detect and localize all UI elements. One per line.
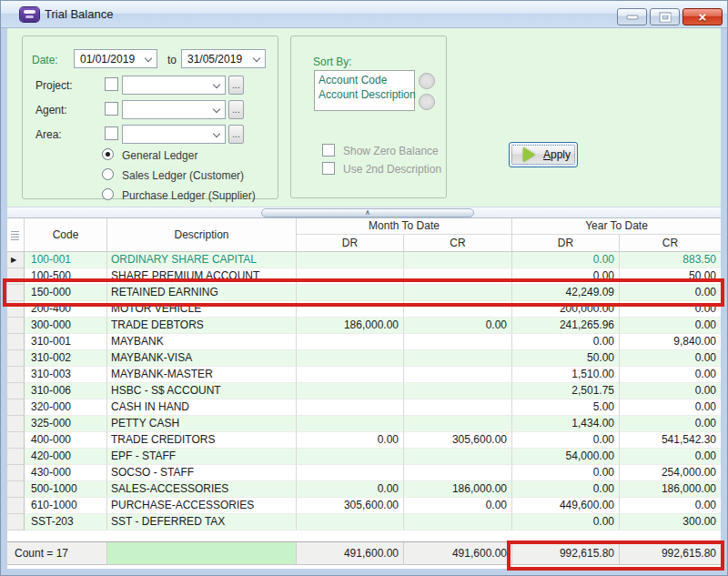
row-indicator xyxy=(7,432,25,449)
table-row[interactable]: 310-001MAYBANK0.009,840.00 xyxy=(7,334,721,350)
cell-description: TRADE CREDITORS xyxy=(107,432,297,449)
cell-description: SHARE PREMIUM ACCOUNT xyxy=(107,268,297,285)
date-from-value: 01/01/2019 xyxy=(80,53,135,66)
table-row[interactable]: 400-000TRADE CREDITORS0.00305,600.000.00… xyxy=(7,432,721,449)
radio-sales-ledger[interactable] xyxy=(102,168,114,180)
column-header-code[interactable]: Code xyxy=(25,218,107,251)
cell-ytd-dr: 200,000.00 xyxy=(512,301,620,318)
sort-item-account-description[interactable]: Account Description xyxy=(318,87,410,102)
close-button[interactable]: × xyxy=(682,8,723,25)
table-row[interactable]: 300-000TRADE DEBTORS186,000.000.00241,26… xyxy=(7,318,721,334)
table-row[interactable]: 430-000SOCSO - STAFF0.00254,000.00 xyxy=(7,465,721,481)
area-checkbox[interactable] xyxy=(105,126,118,140)
cell-code: 320-000 xyxy=(25,399,107,416)
date-from-combo[interactable]: 01/01/2019 xyxy=(74,49,157,68)
row-indicator: ▶ xyxy=(7,252,25,268)
row-indicator xyxy=(7,301,25,318)
radio-general-ledger-label: General Ledger xyxy=(122,149,197,162)
cell-mtd-cr xyxy=(404,399,512,416)
filter-groupbox: Date: 01/01/2019 to 31/05/2019 Project: … xyxy=(22,35,278,199)
agent-checkbox[interactable] xyxy=(105,102,118,116)
table-row[interactable]: 310-002MAYBANK-VISA50.000.00 xyxy=(7,350,721,367)
title-bar[interactable]: Trial Balance × xyxy=(1,1,727,28)
cell-ytd-dr: 54,000.00 xyxy=(512,449,620,465)
apply-button[interactable]: Apply xyxy=(509,142,578,167)
cell-description: MAYBANK-MASTER xyxy=(107,367,297,383)
column-header-description[interactable]: Description xyxy=(107,218,297,251)
sort-groupbox: Sort By: Account Code Account Descriptio… xyxy=(290,35,447,198)
use-2nd-description-label: Use 2nd Description xyxy=(343,163,441,176)
cell-ytd-dr: 0.00 xyxy=(512,465,620,481)
cell-mtd-dr xyxy=(297,285,404,301)
band-month-to-date[interactable]: Month To Date xyxy=(297,218,512,234)
date-to-combo[interactable]: 31/05/2019 xyxy=(181,49,266,68)
table-row[interactable]: 310-006HSBC - S$ ACCOUNT2,501.750.00 xyxy=(7,383,721,399)
table-row[interactable]: 500-1000SALES-ACCESSORIES0.00186,000.000… xyxy=(7,481,721,498)
cell-ytd-cr: 0.00 xyxy=(620,285,721,301)
column-header-ytd-cr[interactable]: CR xyxy=(620,235,721,251)
cell-ytd-cr: 0.00 xyxy=(620,449,721,465)
table-row[interactable]: 610-1000PURCHASE-ACCESSORIES305,600.000.… xyxy=(7,498,721,514)
table-row[interactable]: 200-400MOTOR VEHICLE200,000.000.00 xyxy=(7,301,721,318)
area-combo[interactable] xyxy=(122,125,226,144)
table-row[interactable]: SST-203SST - DEFERRED TAX0.00300.00 xyxy=(7,514,721,531)
cell-description: TRADE DEBTORS xyxy=(107,318,297,334)
close-icon: × xyxy=(683,10,722,24)
sort-by-label: Sort By: xyxy=(313,56,352,68)
column-header-mtd-dr[interactable]: DR xyxy=(297,235,404,251)
sort-move-down-button[interactable]: ↓ xyxy=(419,94,435,110)
cell-code: 610-1000 xyxy=(25,498,107,514)
agent-browse-button[interactable]: ... xyxy=(228,100,244,119)
grid-corner-cell xyxy=(7,218,25,251)
band-year-to-date[interactable]: Year To Date xyxy=(512,218,721,234)
column-header-mtd-cr[interactable]: CR xyxy=(404,235,512,251)
table-row[interactable]: 150-000RETAINED EARNING42,249.090.00 xyxy=(7,285,721,301)
cell-mtd-dr xyxy=(297,399,404,416)
area-browse-button[interactable]: ... xyxy=(228,125,244,144)
table-row[interactable]: 310-003MAYBANK-MASTER1,510.000.00 xyxy=(7,367,721,383)
cell-ytd-dr: 241,265.96 xyxy=(512,318,620,334)
table-row[interactable]: 320-000CASH IN HAND5.000.00 xyxy=(7,399,721,416)
maximize-button[interactable] xyxy=(650,8,680,25)
agent-combo[interactable] xyxy=(122,100,226,119)
splitter-handle[interactable]: ∧ xyxy=(261,208,474,217)
use-2nd-description-checkbox[interactable] xyxy=(322,162,335,175)
grid-empty-area xyxy=(7,531,721,541)
arrow-up-icon: ↑ xyxy=(424,76,430,86)
cell-ytd-dr: 449,600.00 xyxy=(512,498,620,514)
row-indicator xyxy=(7,285,25,301)
table-row[interactable]: 100-500SHARE PREMIUM ACCOUNT0.0050.00 xyxy=(7,268,721,285)
sort-move-up-button[interactable]: ↑ xyxy=(419,73,435,89)
cell-description: HSBC - S$ ACCOUNT xyxy=(107,383,297,399)
show-zero-balance-checkbox[interactable] xyxy=(322,144,335,157)
project-checkbox[interactable] xyxy=(105,77,118,91)
grid-header: Code Description Month To Date Year To D… xyxy=(7,218,721,252)
filter-panel: Date: 01/01/2019 to 31/05/2019 Project: … xyxy=(7,28,721,207)
cell-description: CASH IN HAND xyxy=(107,399,297,416)
sort-item-account-code[interactable]: Account Code xyxy=(318,73,410,87)
cell-mtd-cr xyxy=(404,367,512,383)
cell-ytd-cr: 0.00 xyxy=(620,350,721,367)
project-combo[interactable] xyxy=(122,76,226,95)
radio-purchase-ledger[interactable] xyxy=(102,188,114,200)
table-row[interactable]: 420-000EPF - STAFF54,000.000.00 xyxy=(7,449,721,465)
cell-code: 100-001 xyxy=(25,252,107,268)
trial-balance-grid: Code Description Month To Date Year To D… xyxy=(7,217,721,565)
cell-ytd-dr: 2,501.75 xyxy=(512,383,620,399)
footer-ytd-cr-total: 992,615.80 xyxy=(620,542,721,564)
project-browse-button[interactable]: ... xyxy=(228,76,244,95)
cell-ytd-cr: 254,000.00 xyxy=(620,465,721,481)
cell-ytd-dr: 0.00 xyxy=(512,252,620,268)
table-row[interactable]: 325-000PETTY CASH1,434.000.00 xyxy=(7,416,721,432)
cell-ytd-dr: 1,434.00 xyxy=(512,416,620,432)
radio-general-ledger[interactable] xyxy=(102,148,114,160)
row-indicator xyxy=(7,318,25,334)
band-headers: Month To Date Year To Date DR CR DR CR xyxy=(297,218,721,251)
minimize-button[interactable] xyxy=(617,8,647,25)
chevron-down-icon xyxy=(253,55,260,62)
sort-listbox[interactable]: Account Code Account Description xyxy=(314,70,415,111)
column-header-ytd-dr[interactable]: DR xyxy=(512,235,620,251)
cell-code: 200-400 xyxy=(25,301,107,318)
table-row[interactable]: ▶100-001ORDINARY SHARE CAPITAL0.00883.50 xyxy=(7,252,721,268)
cell-ytd-dr: 50.00 xyxy=(512,350,620,367)
